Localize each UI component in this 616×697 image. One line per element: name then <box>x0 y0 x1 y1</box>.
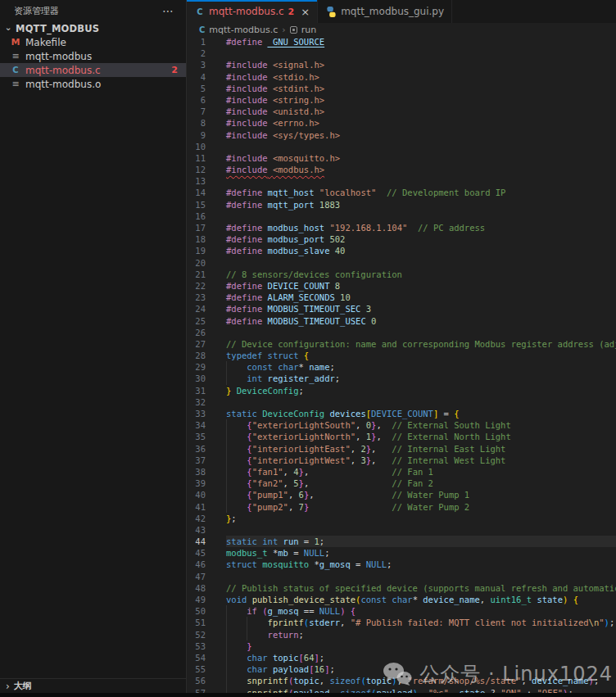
line-number[interactable]: 36 <box>187 443 206 455</box>
line-number[interactable]: 46 <box>187 559 206 570</box>
code-line-content[interactable]: #define ALARM_SECONDS 10 <box>226 292 616 303</box>
code-line-content[interactable]: #define MODBUS_TIMEOUT_USEC 0 <box>226 315 616 327</box>
code-line-content[interactable]: #define modbus_host "192.168.1.104" // P… <box>226 222 616 233</box>
line-number[interactable]: 22 <box>187 280 206 292</box>
file-tree-item-mqtt-modbus.o[interactable]: ≡mqtt-modbus.o <box>0 77 186 91</box>
more-actions-icon[interactable]: ⋯ <box>162 4 174 17</box>
code-line-content[interactable]: #include <sys/types.h> <box>226 129 616 141</box>
line-number[interactable]: 17 <box>187 222 206 233</box>
code-line-content[interactable]: #define mqtt_host "localhost" // Develop… <box>226 187 616 198</box>
code-line-content[interactable]: char payload[16]; <box>226 663 616 675</box>
file-tree-item-Makefile[interactable]: MMakefile <box>0 35 186 49</box>
root-folder-row[interactable]: ⌄ MQTT_MODBUS <box>0 21 186 35</box>
line-number[interactable]: 55 <box>187 663 206 675</box>
line-number[interactable]: 32 <box>187 396 206 408</box>
code-line-content[interactable]: #define modbus_slave 40 <box>226 245 616 256</box>
code-line-content[interactable]: int register_addr; <box>226 373 616 384</box>
line-number[interactable]: 40 <box>187 489 206 500</box>
code-line-content[interactable]: // Publish status of specified device (s… <box>226 582 616 594</box>
line-number[interactable]: 1 <box>187 36 206 48</box>
line-number[interactable]: 4 <box>187 71 206 83</box>
line-number[interactable]: 52 <box>187 629 206 640</box>
tab-mqtt_modbus_gui.py[interactable]: mqtt_modbus_gui.py <box>318 0 452 23</box>
line-number[interactable]: 2 <box>187 48 206 59</box>
code-line-content[interactable] <box>226 141 616 152</box>
code-line-content[interactable]: #include <signal.h> <box>226 59 616 70</box>
line-number[interactable]: 16 <box>187 210 206 222</box>
line-number[interactable]: 50 <box>187 605 206 617</box>
line-number[interactable]: 8 <box>187 117 206 129</box>
file-tree-item-mqtt-modbus.c[interactable]: Cmqtt-modbus.c2 <box>0 63 186 77</box>
line-number[interactable]: 6 <box>187 94 206 106</box>
code-line-content[interactable] <box>226 257 616 269</box>
code-line-content[interactable]: #define _GNU_SOURCE <box>226 36 616 48</box>
code-line-content[interactable] <box>226 327 616 338</box>
line-number[interactable]: 31 <box>187 385 206 396</box>
line-number[interactable]: 11 <box>187 152 206 164</box>
code-line-content[interactable]: #include <stdint.h> <box>226 83 616 94</box>
code-line-content[interactable]: struct mosquitto *g_mosq = NULL; <box>226 559 616 570</box>
code-line-content[interactable]: #include <mosquitto.h> <box>226 152 616 164</box>
code-editor[interactable]: 1#define _GNU_SOURCE23#include <signal.h… <box>187 36 616 697</box>
code-line-content[interactable]: if (g_mosq == NULL) { <box>226 605 616 617</box>
code-line-content[interactable]: {"fan2", 5}, // Fan 2 <box>226 477 616 489</box>
line-number[interactable]: 15 <box>187 199 206 210</box>
code-line-content[interactable]: snprintf(topic, sizeof(topic), "refarm/s… <box>226 675 616 686</box>
code-line-content[interactable]: #define mqtt_port 1883 <box>226 199 616 210</box>
line-number[interactable]: 13 <box>187 175 206 187</box>
line-number[interactable]: 24 <box>187 303 206 315</box>
line-number[interactable]: 19 <box>187 245 206 256</box>
code-line-content[interactable] <box>226 524 616 536</box>
line-number[interactable]: 53 <box>187 640 206 652</box>
line-number[interactable]: 48 <box>187 582 206 594</box>
line-number[interactable]: 12 <box>187 164 206 175</box>
code-line-content[interactable]: {"pump1", 6}, // Water Pump 1 <box>226 489 616 500</box>
code-line-content[interactable]: static int run = 1; <box>226 536 616 547</box>
line-number[interactable]: 29 <box>187 361 206 373</box>
code-line-content[interactable]: #include <errno.h> <box>226 117 616 129</box>
line-number[interactable]: 34 <box>187 419 206 431</box>
tab-mqtt-modbus.c[interactable]: Cmqtt-modbus.c2× <box>187 0 318 23</box>
line-number[interactable]: 3 <box>187 59 206 70</box>
line-number[interactable]: 21 <box>187 269 206 280</box>
code-line-content[interactable]: #define DEVICE_COUNT 8 <box>226 280 616 292</box>
line-number[interactable]: 44 <box>187 536 206 547</box>
code-line-content[interactable]: {"fan1", 4}, // Fan 1 <box>226 466 616 477</box>
line-number[interactable]: 47 <box>187 571 206 582</box>
code-line-content[interactable]: } <box>226 640 616 652</box>
line-number[interactable]: 18 <box>187 233 206 245</box>
line-number[interactable]: 45 <box>187 547 206 559</box>
code-line-content[interactable]: // Device configuration: name and corres… <box>226 338 616 350</box>
line-number[interactable]: 38 <box>187 466 206 477</box>
line-number[interactable]: 14 <box>187 187 206 198</box>
code-line-content[interactable]: {"exteriorLightSouth", 0}, // External S… <box>226 419 616 431</box>
line-number[interactable]: 9 <box>187 129 206 141</box>
line-number[interactable]: 20 <box>187 257 206 269</box>
line-number[interactable]: 5 <box>187 83 206 94</box>
code-line-content[interactable]: #include <stdio.h> <box>226 71 616 83</box>
line-number[interactable]: 41 <box>187 501 206 513</box>
line-number[interactable]: 10 <box>187 141 206 152</box>
close-icon[interactable]: × <box>301 6 310 18</box>
code-line-content[interactable]: static DeviceConfig devices[DEVICE_COUNT… <box>226 408 616 419</box>
line-number[interactable]: 27 <box>187 338 206 350</box>
code-line-content[interactable]: #define modbus_port 502 <box>226 233 616 245</box>
line-number[interactable]: 56 <box>187 675 206 686</box>
code-line-content[interactable] <box>226 210 616 222</box>
line-number[interactable]: 25 <box>187 315 206 327</box>
line-number[interactable]: 54 <box>187 652 206 663</box>
code-line-content[interactable]: {"exteriorLightNorth", 1}, // External N… <box>226 431 616 442</box>
line-number[interactable]: 35 <box>187 431 206 442</box>
line-number[interactable]: 33 <box>187 408 206 419</box>
code-line-content[interactable]: return; <box>226 629 616 640</box>
line-number[interactable]: 51 <box>187 617 206 628</box>
line-number[interactable]: 49 <box>187 594 206 605</box>
code-line-content[interactable] <box>226 175 616 187</box>
code-line-content[interactable]: {"pump2", 7} // Water Pump 2 <box>226 501 616 513</box>
line-number[interactable]: 26 <box>187 327 206 338</box>
code-line-content[interactable]: fprintf(stderr, "# Publish failed: MQTT … <box>226 617 616 628</box>
code-line-content[interactable]: {"interiorLightEast", 2}, // Internal Ea… <box>226 443 616 455</box>
code-line-content[interactable]: // 8 sensors/devices configuration <box>226 269 616 280</box>
code-line-content[interactable]: {"interiorLightWest", 3}, // Internal We… <box>226 455 616 466</box>
line-number[interactable]: 30 <box>187 373 206 384</box>
